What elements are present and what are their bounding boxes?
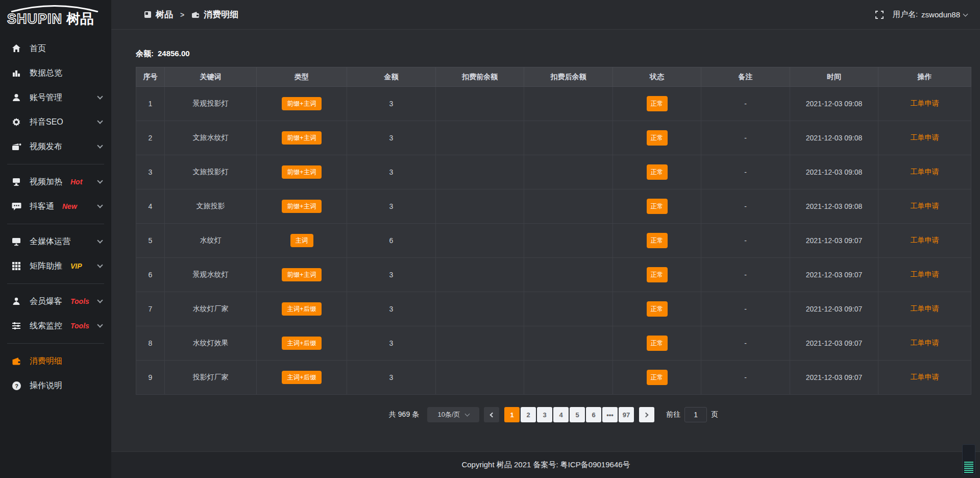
ticket-apply-link[interactable]: 工单申请 bbox=[911, 339, 939, 347]
cell-keyword: 文旅水纹灯 bbox=[165, 121, 257, 155]
column-header-操作: 操作 bbox=[878, 67, 971, 87]
goto-page-input[interactable] bbox=[684, 407, 707, 422]
user-menu[interactable]: 用户名: zswodun88 bbox=[893, 10, 967, 19]
cell-remark: - bbox=[701, 258, 790, 292]
page-button-97[interactable]: 97 bbox=[619, 407, 634, 422]
consumption-table: 序号关键词类型金额扣费前余额扣费后余额状态备注时间操作 1景观投影灯前缀+主词3… bbox=[136, 67, 971, 395]
cell-type: 前缀+主词 bbox=[257, 121, 347, 155]
cell-balance-after bbox=[524, 224, 613, 258]
ticket-apply-link[interactable]: 工单申请 bbox=[911, 168, 939, 176]
cell-amount: 3 bbox=[347, 361, 436, 395]
cell-status: 正常 bbox=[613, 361, 701, 395]
sidebar-item-抖客通[interactable]: 抖客通New bbox=[0, 194, 111, 219]
cell-type: 前缀+主词 bbox=[257, 189, 347, 224]
more-pages-button[interactable]: ••• bbox=[602, 407, 618, 422]
cell-amount: 3 bbox=[347, 155, 436, 189]
cell-balance-after bbox=[524, 258, 613, 292]
wallet-icon bbox=[11, 356, 21, 366]
ticket-apply-link[interactable]: 工单申请 bbox=[911, 373, 939, 381]
svg-text:?: ? bbox=[15, 383, 18, 389]
monitor-icon bbox=[11, 236, 21, 247]
sidebar-item-操作说明[interactable]: ?操作说明 bbox=[0, 373, 111, 398]
chevron-down-icon bbox=[97, 118, 103, 124]
ticket-apply-link[interactable]: 工单申请 bbox=[911, 236, 939, 244]
page-button-5[interactable]: 5 bbox=[570, 407, 585, 422]
cell-balance-before bbox=[436, 258, 524, 292]
cell-keyword: 景观水纹灯 bbox=[165, 258, 257, 292]
sidebar-item-会员爆客[interactable]: 会员爆客Tools bbox=[0, 289, 111, 314]
page-button-4[interactable]: 4 bbox=[553, 407, 569, 422]
status-badge: 正常 bbox=[647, 130, 668, 146]
page-button-1[interactable]: 1 bbox=[504, 407, 520, 422]
fullscreen-icon[interactable] bbox=[875, 11, 884, 19]
sidebar-item-视频发布[interactable]: 视频发布 bbox=[0, 134, 111, 159]
table-row: 7水纹灯厂家主词+后缀3正常-2021-12-03 09:07工单申请 bbox=[136, 292, 971, 326]
table-row: 9投影灯厂家主词+后缀3正常-2021-12-03 09:07工单申请 bbox=[136, 361, 971, 395]
cell-seq: 2 bbox=[136, 121, 165, 155]
sidebar-item-首页[interactable]: 首页 bbox=[0, 36, 111, 61]
cell-balance-before bbox=[436, 224, 524, 258]
sidebar-item-label: 抖客通 bbox=[30, 201, 54, 212]
sidebar-item-线索监控[interactable]: 线索监控Tools bbox=[0, 314, 111, 338]
cell-balance-before bbox=[436, 292, 524, 326]
ticket-apply-link[interactable]: 工单申请 bbox=[911, 270, 939, 278]
question-icon: ? bbox=[11, 380, 21, 391]
cell-time: 2021-12-03 09:07 bbox=[790, 224, 878, 258]
sidebar-divider bbox=[7, 224, 104, 224]
cell-keyword: 文旅投影 bbox=[165, 189, 257, 224]
sidebar-item-label: 消费明细 bbox=[30, 356, 62, 367]
sidebar-item-数据总览[interactable]: 数据总览 bbox=[0, 61, 111, 85]
cell-keyword: 水纹灯 bbox=[165, 224, 257, 258]
cell-action: 工单申请 bbox=[878, 189, 971, 224]
chevron-down-icon bbox=[963, 11, 968, 16]
cell-action: 工单申请 bbox=[878, 224, 971, 258]
ticket-apply-link[interactable]: 工单申请 bbox=[911, 202, 939, 210]
sidebar-item-抖音SEO[interactable]: 抖音SEO bbox=[0, 110, 111, 134]
breadcrumb-home[interactable]: 树品 bbox=[156, 9, 173, 20]
app-root: SHUPIN 树品 首页数据总览账号管理抖音SEO视频发布视频加热Hot抖客通N… bbox=[0, 0, 980, 478]
sidebar-item-全媒体运营[interactable]: 全媒体运营 bbox=[0, 229, 111, 254]
ticket-apply-link[interactable]: 工单申请 bbox=[911, 99, 939, 107]
sidebar-item-消费明细[interactable]: 消费明细 bbox=[0, 349, 111, 373]
ticket-apply-link[interactable]: 工单申请 bbox=[911, 133, 939, 141]
column-header-关键词: 关键词 bbox=[165, 67, 257, 87]
cell-seq: 8 bbox=[136, 326, 165, 361]
cell-time: 2021-12-03 09:07 bbox=[790, 258, 878, 292]
cell-status: 正常 bbox=[613, 121, 701, 155]
breadcrumb-current: 消费明细 bbox=[204, 9, 238, 20]
column-header-状态: 状态 bbox=[613, 67, 701, 87]
sidebar-item-账号管理[interactable]: 账号管理 bbox=[0, 85, 111, 110]
cell-status: 正常 bbox=[613, 224, 701, 258]
cell-time: 2021-12-03 09:07 bbox=[790, 292, 878, 326]
page-button-3[interactable]: 3 bbox=[537, 407, 552, 422]
page-button-6[interactable]: 6 bbox=[586, 407, 601, 422]
grid-icon bbox=[11, 261, 21, 271]
ticket-apply-link[interactable]: 工单申请 bbox=[911, 304, 939, 313]
sidebar-item-矩阵助推[interactable]: 矩阵助推VIP bbox=[0, 254, 111, 278]
prev-page-button[interactable] bbox=[484, 407, 499, 422]
cell-remark: - bbox=[701, 155, 790, 189]
total-count: 共 969 条 bbox=[389, 410, 419, 419]
dashboard-icon bbox=[144, 11, 152, 18]
logo: SHUPIN 树品 bbox=[0, 0, 111, 29]
cell-action: 工单申请 bbox=[878, 155, 971, 189]
sidebar-item-视频加热[interactable]: 视频加热Hot bbox=[0, 170, 111, 194]
type-badge: 主词+后缀 bbox=[282, 371, 321, 385]
cell-status: 正常 bbox=[613, 258, 701, 292]
column-header-类型: 类型 bbox=[257, 67, 347, 87]
home-icon bbox=[11, 43, 21, 54]
sidebar-item-tag: Tools bbox=[70, 322, 89, 330]
topbar-right: 用户名: zswodun88 bbox=[875, 10, 967, 19]
next-page-button[interactable] bbox=[639, 407, 654, 422]
cell-balance-before bbox=[436, 361, 524, 395]
sidebar-item-tag: New bbox=[62, 202, 77, 210]
column-header-备注: 备注 bbox=[701, 67, 790, 87]
status-badge: 正常 bbox=[647, 164, 668, 180]
table-header-row: 序号关键词类型金额扣费前余额扣费后余额状态备注时间操作 bbox=[136, 67, 971, 87]
page-size-select[interactable]: 10条/页 bbox=[427, 407, 479, 422]
chevron-down-icon bbox=[97, 178, 103, 183]
cell-balance-after bbox=[524, 189, 613, 224]
page-button-2[interactable]: 2 bbox=[521, 407, 536, 422]
cell-balance-after bbox=[524, 155, 613, 189]
sidebar-menu: 首页数据总览账号管理抖音SEO视频发布视频加热Hot抖客通New全媒体运营矩阵助… bbox=[0, 29, 111, 478]
